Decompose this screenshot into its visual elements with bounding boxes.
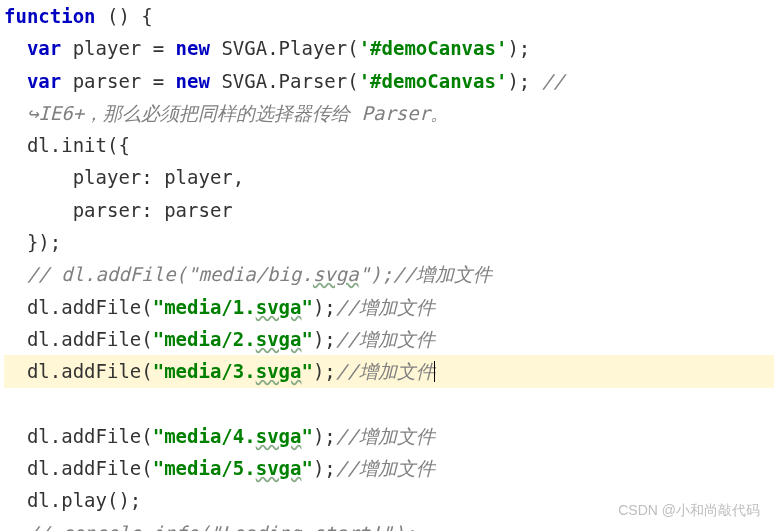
text: );	[313, 328, 336, 350]
code-line: var player = new SVGA.Player('#demoCanva…	[4, 37, 530, 59]
text: parser =	[61, 70, 175, 92]
text: SVGA.Parser(	[210, 70, 359, 92]
text: player =	[61, 37, 175, 59]
text: dl.addFile(	[27, 425, 153, 447]
text: dl.addFile(	[27, 360, 153, 382]
text: );	[507, 70, 541, 92]
code-line: dl.addFile("media/2.svga");//增加文件	[4, 328, 435, 350]
text: );	[313, 296, 336, 318]
string: "media/2.svga"	[153, 328, 313, 350]
text: SVGA.Player(	[210, 37, 359, 59]
code-line: dl.addFile("media/4.svga");//增加文件	[4, 425, 435, 447]
text: dl.init({	[27, 134, 130, 156]
text: );	[313, 457, 336, 479]
code-line: ↪IE6+，那么必须把同样的选择器传给 Parser。	[4, 102, 449, 124]
string: "media/5.svga"	[153, 457, 313, 479]
comment: ↪IE6+，那么必须把同样的选择器传给 Parser。	[27, 102, 449, 124]
keyword: var	[27, 70, 61, 92]
comment: //增加文件	[336, 457, 435, 479]
string: '#demoCanvas'	[359, 70, 508, 92]
text: dl.addFile(	[27, 296, 153, 318]
watermark: CSDN @小和尚敲代码	[618, 499, 760, 523]
code-line: parser: parser	[4, 199, 233, 221]
text-caret	[434, 361, 435, 382]
code-editor[interactable]: function () { var player = new SVGA.Play…	[0, 0, 774, 531]
string: '#demoCanvas'	[359, 37, 508, 59]
text: );	[313, 360, 336, 382]
code-line: // console.info("Loading start!");	[4, 522, 416, 531]
comment: //增加文件	[336, 360, 435, 382]
code-line: // dl.addFile("media/big.svga");//增加文件	[4, 263, 492, 285]
keyword: var	[27, 37, 61, 59]
code-line: function () {	[4, 5, 153, 27]
code-line: var parser = new SVGA.Parser('#demoCanva…	[4, 70, 565, 92]
text: });	[27, 231, 61, 253]
text: );	[313, 425, 336, 447]
string: "media/3.svga"	[153, 360, 313, 382]
code-line-highlighted: dl.addFile("media/3.svga");//增加文件	[4, 355, 774, 387]
string: "media/1.svga"	[153, 296, 313, 318]
code-line: player: player,	[4, 166, 244, 188]
text: parser: parser	[73, 199, 233, 221]
keyword: function	[4, 5, 96, 27]
string: "media/4.svga"	[153, 425, 313, 447]
text: player: player,	[73, 166, 245, 188]
code-line: dl.init({	[4, 134, 130, 156]
comment: //增加文件	[336, 328, 435, 350]
code-line: dl.addFile("media/5.svga");//增加文件	[4, 457, 435, 479]
comment: //增加文件	[336, 425, 435, 447]
text: dl.addFile(	[27, 328, 153, 350]
comment: // console.info("Loading start!");	[27, 522, 416, 531]
comment: //增加文件	[336, 296, 435, 318]
text: () {	[96, 5, 153, 27]
text: dl.addFile(	[27, 457, 153, 479]
keyword: new	[176, 37, 210, 59]
comment: // dl.addFile("media/big.svga");//增加文件	[27, 263, 492, 285]
text: );	[507, 37, 530, 59]
comment: //	[542, 70, 565, 92]
code-line: dl.addFile("media/1.svga");//增加文件	[4, 296, 435, 318]
keyword: new	[176, 70, 210, 92]
code-line: dl.play();	[4, 489, 141, 511]
code-line: });	[4, 231, 61, 253]
text: dl.play();	[27, 489, 141, 511]
